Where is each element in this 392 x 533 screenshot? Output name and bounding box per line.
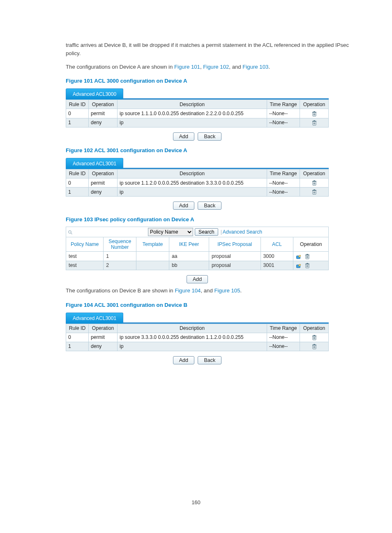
paragraph: traffic arrives at Device B, it will be … (66, 41, 351, 58)
table-row: 0 permit ip source 3.3.3.0 0.0.0.255 des… (66, 333, 329, 342)
tab-advanced-acl3001[interactable]: Advanced ACL3001 (66, 313, 123, 324)
table-row: test 2 bb proposal 3001 (66, 261, 329, 270)
search-field-select[interactable]: Policy Name (148, 228, 193, 236)
back-button[interactable]: Back (198, 356, 221, 364)
link-figure-102[interactable]: Figure 102 (203, 64, 229, 70)
link-figure-104[interactable]: Figure 104 (175, 287, 201, 294)
acl-header-row: Rule ID Operation Description Time Range… (66, 324, 329, 333)
figure-101-table: Advanced ACL3000 Rule ID Operation Descr… (66, 88, 329, 127)
tab-advanced-acl3000[interactable]: Advanced ACL3000 (66, 88, 123, 100)
delete-icon[interactable] (311, 111, 317, 117)
table-row: 1 deny ip --None-- (66, 342, 329, 351)
delete-icon[interactable] (311, 189, 317, 195)
acl-header-row: Rule ID Operation Description Time Range… (66, 169, 329, 178)
tab-advanced-acl3001[interactable]: Advanced ACL3001 (66, 158, 123, 169)
delete-icon[interactable] (311, 343, 317, 350)
link-figure-103[interactable]: Figure 103 (242, 64, 268, 70)
ipsec-header-row: Policy Name Sequence Number Template IKE… (66, 237, 329, 252)
figure-104-caption: Figure 104 ACL 3001 configuration on Dev… (66, 302, 351, 308)
add-button[interactable]: Add (173, 202, 194, 210)
search-button[interactable]: Search (195, 228, 218, 236)
search-icon (66, 229, 74, 235)
edit-icon[interactable] (296, 253, 302, 260)
table-row: 1 deny ip --None-- (66, 188, 329, 197)
table-row: 0 permit ip source 1.1.1.0 0.0.0.255 des… (66, 109, 329, 118)
search-input[interactable] (74, 227, 147, 236)
delete-icon[interactable] (311, 180, 317, 186)
paragraph: The configurations on Device A are shown… (66, 63, 351, 71)
acl-header-row: Rule ID Operation Description Time Range… (66, 100, 329, 109)
figure-103-table: Policy Name Search | Advanced Search Pol… (66, 227, 329, 270)
figure-102-caption: Figure 102 ACL 3001 configuration on Dev… (66, 147, 351, 153)
back-button[interactable]: Back (198, 202, 221, 210)
delete-icon[interactable] (311, 334, 317, 341)
delete-icon[interactable] (311, 120, 317, 126)
edit-icon[interactable] (296, 262, 302, 269)
add-button[interactable]: Add (173, 132, 194, 141)
figure-104-table: Advanced ACL3001 Rule ID Operation Descr… (66, 312, 329, 352)
figure-101-caption: Figure 101 ACL 3000 configuration on Dev… (66, 78, 351, 84)
advanced-search-link[interactable]: Advanced Search (223, 229, 262, 235)
figure-102-table: Advanced ACL3001 Rule ID Operation Descr… (66, 158, 329, 197)
table-row: test 1 aa proposal 3000 (66, 252, 329, 261)
table-row: 0 permit ip source 1.1.2.0 0.0.0.255 des… (66, 178, 329, 187)
paragraph: The configurations on Device B are shown… (66, 287, 351, 295)
link-figure-105[interactable]: Figure 105 (214, 287, 240, 294)
figure-103-caption: Figure 103 IPsec policy configuration on… (66, 216, 351, 222)
delete-icon[interactable] (304, 262, 310, 269)
link-figure-101[interactable]: Figure 101 (174, 64, 200, 70)
add-button[interactable]: Add (187, 275, 208, 283)
delete-icon[interactable] (304, 253, 310, 260)
back-button[interactable]: Back (198, 132, 221, 141)
add-button[interactable]: Add (173, 356, 194, 364)
table-row: 1 deny ip --None-- (66, 118, 329, 127)
